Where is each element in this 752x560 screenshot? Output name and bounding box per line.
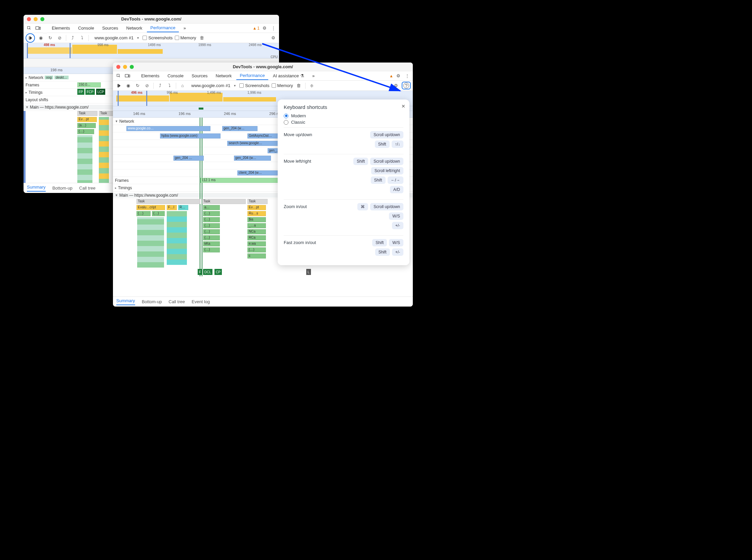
keyboard-shortcuts-popover: ✕ Keyboard shortcuts Modern Classic Move… xyxy=(278,100,410,265)
svg-rect-6 xyxy=(129,75,130,77)
footer-tab-bottomup[interactable]: Bottom-up xyxy=(53,185,73,191)
tab-elements[interactable]: Elements xyxy=(48,24,73,32)
overview-tick: 498 ms xyxy=(44,43,55,47)
download-icon[interactable]: ⤵ xyxy=(166,82,173,89)
tab-ai[interactable]: AI assistance ⚗ xyxy=(270,72,308,80)
kebab-icon[interactable]: ⋮ xyxy=(403,72,411,80)
gear-icon[interactable]: ⚙ xyxy=(261,24,268,32)
kebab-icon[interactable]: ⋮ xyxy=(270,24,277,32)
device-icon[interactable] xyxy=(34,24,42,32)
upload-icon[interactable]: ⤴ xyxy=(69,34,76,42)
download-icon[interactable]: ⤵ xyxy=(78,34,86,42)
warning-badge[interactable]: ▲ xyxy=(389,74,393,78)
key-pill: +/- xyxy=(392,248,403,256)
tabs-bar: Elements Console Sources Network Perform… xyxy=(113,71,413,81)
tab-sources[interactable]: Sources xyxy=(188,72,211,80)
perf-toolbar: ◉ ↻ ⊘ ⤴ ⤵ ⌂ www.google.com #1 Screenshot… xyxy=(113,81,413,91)
key-pill: Shift xyxy=(375,140,390,148)
footer-tab-summary[interactable]: Summary xyxy=(27,184,46,192)
shortcut-label: Move up/down xyxy=(284,131,367,137)
tab-elements[interactable]: Elements xyxy=(138,72,163,80)
tab-console[interactable]: Console xyxy=(75,24,98,32)
shortcut-label: Move left/right xyxy=(284,158,350,164)
record-reload-icon[interactable] xyxy=(26,34,34,42)
key-pill: Scroll up/down xyxy=(370,131,403,139)
key-pill: W/S xyxy=(389,213,403,220)
tab-console[interactable]: Console xyxy=(164,72,187,80)
screenshots-checkbox[interactable]: Screenshots xyxy=(142,35,173,40)
reload-icon[interactable]: ↻ xyxy=(134,82,141,89)
help-icon[interactable]: ? xyxy=(403,83,409,88)
clear-icon[interactable]: ⊘ xyxy=(143,82,151,89)
key-pill: Shift xyxy=(353,158,368,165)
key-pill: ←/→ xyxy=(388,177,403,184)
tab-network[interactable]: Network xyxy=(213,72,235,80)
titlebar: DevTools - www.google.com/ xyxy=(23,15,279,23)
key-pill: Scroll up/down xyxy=(370,203,403,211)
overview-tick: 1498 ms xyxy=(148,43,161,47)
footer-tab-summary[interactable]: Summary xyxy=(116,298,135,305)
footer-tab-calltree[interactable]: Call tree xyxy=(79,185,96,191)
key-pill: ⌘ xyxy=(357,203,368,211)
svg-rect-1 xyxy=(36,26,39,29)
close-icon[interactable]: ✕ xyxy=(401,103,405,109)
record-icon[interactable]: ◉ xyxy=(124,82,132,89)
gear-icon[interactable]: ⚙ xyxy=(395,72,402,80)
device-icon[interactable] xyxy=(124,72,131,80)
memory-checkbox[interactable]: Memory xyxy=(272,83,293,88)
footer-tab-calltree[interactable]: Call tree xyxy=(169,299,185,304)
overview-tick: 998 ms xyxy=(98,43,108,47)
recording-select[interactable]: www.google.com #1 xyxy=(92,34,140,41)
panel-settings-icon[interactable]: ⚙ xyxy=(392,82,400,89)
sidebar-icon[interactable]: ≑ xyxy=(308,82,316,89)
devtools-window-2: DevTools - www.google.com/ Elements Cons… xyxy=(113,62,413,306)
inspect-icon[interactable] xyxy=(25,24,33,32)
help-highlight: ? xyxy=(402,82,411,89)
tab-network[interactable]: Network xyxy=(123,24,146,32)
tabs-overflow[interactable]: » xyxy=(180,24,189,32)
record-icon[interactable]: ◉ xyxy=(37,34,44,42)
key-pill: W/S xyxy=(389,239,403,246)
warning-badge[interactable]: ▲ 1 xyxy=(253,26,259,31)
flask-icon: ⚗ xyxy=(300,73,304,78)
gc-icon[interactable]: 🗑 xyxy=(295,82,302,89)
key-pill: Scroll left/right xyxy=(371,167,403,175)
key-pill: +/- xyxy=(392,222,403,229)
svg-rect-5 xyxy=(125,74,128,77)
gc-icon[interactable]: 🗑 xyxy=(198,34,206,42)
window-title: DevTools - www.google.com/ xyxy=(113,64,413,69)
window-title: DevTools - www.google.com/ xyxy=(23,17,279,21)
radio-classic[interactable]: Classic xyxy=(284,120,403,125)
reload-icon[interactable]: ↻ xyxy=(46,34,54,42)
tabs-bar: Elements Console Sources Network Perform… xyxy=(23,23,279,33)
footer-tabs: Summary Bottom-up Call tree Event log xyxy=(113,297,413,306)
popover-title: Keyboard shortcuts xyxy=(284,104,403,110)
key-pill: A/D xyxy=(390,186,403,193)
shortcut-label: Fast zoom in/out xyxy=(284,239,369,245)
key-pill: Shift xyxy=(371,177,385,184)
recording-select[interactable]: www.google.com #1 xyxy=(188,82,237,89)
inspect-icon[interactable] xyxy=(115,72,122,80)
panel-settings-icon[interactable]: ⚙ xyxy=(270,34,277,42)
tab-sources[interactable]: Sources xyxy=(99,24,122,32)
overview-tick: 2498 ms xyxy=(249,43,261,47)
tab-performance[interactable]: Performance xyxy=(236,72,268,80)
memory-checkbox[interactable]: Memory xyxy=(175,35,196,40)
tabs-overflow[interactable]: » xyxy=(309,72,318,80)
record-reload-highlight xyxy=(25,33,35,43)
titlebar: DevTools - www.google.com/ xyxy=(113,62,413,71)
cpu-label: CPU xyxy=(271,55,278,59)
radio-modern[interactable]: Modern xyxy=(284,113,403,118)
footer-tab-eventlog[interactable]: Event log xyxy=(192,299,210,304)
screenshots-checkbox[interactable]: Screenshots xyxy=(239,83,269,88)
overview-tick: 1998 ms xyxy=(198,43,211,47)
record-reload-icon[interactable] xyxy=(115,82,122,89)
clear-icon[interactable]: ⊘ xyxy=(56,34,63,42)
footer-tab-bottomup[interactable]: Bottom-up xyxy=(142,299,162,304)
tab-performance[interactable]: Performance xyxy=(147,24,178,32)
home-icon[interactable]: ⌂ xyxy=(179,82,186,89)
upload-icon[interactable]: ⤴ xyxy=(156,82,164,89)
overview-strip[interactable]: 498 ms 998 ms 1498 ms 1998 ms 2498 ms CP… xyxy=(23,43,279,59)
shortcut-label: Zoom in/out xyxy=(284,203,354,209)
key-pill: Shift xyxy=(375,248,390,256)
